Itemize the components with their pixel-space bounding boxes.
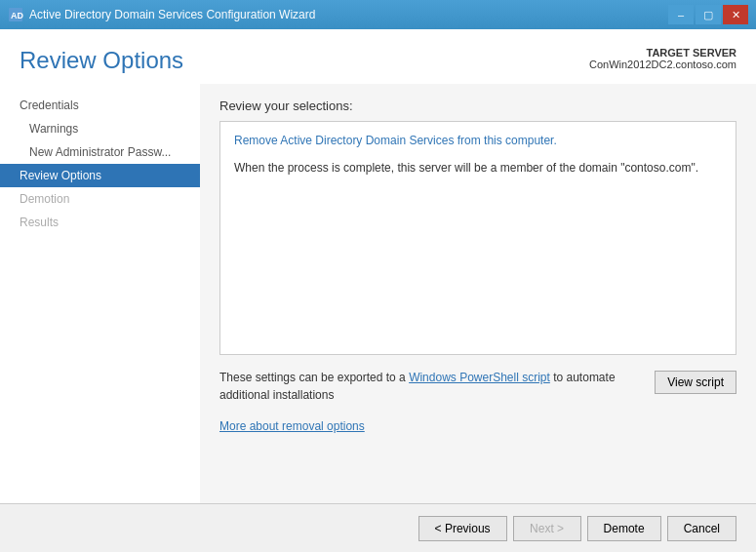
header: Review Options TARGET SERVER ConWin2012D… (0, 29, 756, 84)
sidebar-item-warnings[interactable]: Warnings (0, 117, 200, 140)
powershell-section: These settings can be exported to a Wind… (219, 369, 736, 404)
content-area: Credentials Warnings New Administrator P… (0, 84, 756, 503)
selection-text-2: When the process is complete, this serve… (234, 159, 722, 177)
selection-text-1: Remove Active Directory Domain Services … (234, 134, 722, 147)
window-title: Active Directory Domain Services Configu… (29, 8, 315, 21)
demote-button[interactable]: Demote (587, 516, 661, 541)
app-icon: AD (8, 7, 23, 22)
page-title: Review Options (20, 47, 183, 74)
close-button[interactable]: ✕ (723, 5, 748, 24)
title-bar-controls: – ▢ ✕ (668, 5, 748, 24)
sidebar-item-credentials[interactable]: Credentials (0, 94, 200, 117)
server-name: ConWin2012DC2.contoso.com (589, 59, 736, 70)
main-panel: Review your selections: Remove Active Di… (200, 84, 756, 503)
sidebar-item-review-options[interactable]: Review Options (0, 164, 200, 187)
sidebar-item-results: Results (0, 211, 200, 234)
title-bar-left: AD Active Directory Domain Services Conf… (8, 7, 315, 22)
minimize-button[interactable]: – (668, 5, 694, 24)
view-script-button[interactable]: View script (655, 371, 736, 394)
footer: < Previous Next > Demote Cancel (0, 503, 756, 552)
title-bar: AD Active Directory Domain Services Conf… (0, 0, 756, 29)
powershell-text: These settings can be exported to a Wind… (219, 369, 645, 404)
window-body: Review Options TARGET SERVER ConWin2012D… (0, 29, 756, 552)
sidebar: Credentials Warnings New Administrator P… (0, 84, 200, 503)
review-selections-label: Review your selections: (219, 99, 736, 113)
review-box: Remove Active Directory Domain Services … (219, 121, 736, 355)
cancel-button[interactable]: Cancel (667, 516, 736, 541)
more-about-removal-link[interactable]: More about removal options (219, 419, 365, 433)
powershell-link[interactable]: Windows PowerShell script (409, 371, 550, 384)
server-label: TARGET SERVER (589, 47, 736, 59)
server-info: TARGET SERVER ConWin2012DC2.contoso.com (589, 47, 736, 70)
previous-button[interactable]: < Previous (418, 516, 507, 541)
powershell-text-before: These settings can be exported to a (219, 371, 409, 384)
sidebar-item-demotion: Demotion (0, 187, 200, 211)
sidebar-item-new-admin-password[interactable]: New Administrator Passw... (0, 140, 200, 164)
next-button[interactable]: Next > (513, 516, 581, 541)
maximize-button[interactable]: ▢ (696, 5, 721, 24)
svg-text:AD: AD (11, 11, 23, 20)
